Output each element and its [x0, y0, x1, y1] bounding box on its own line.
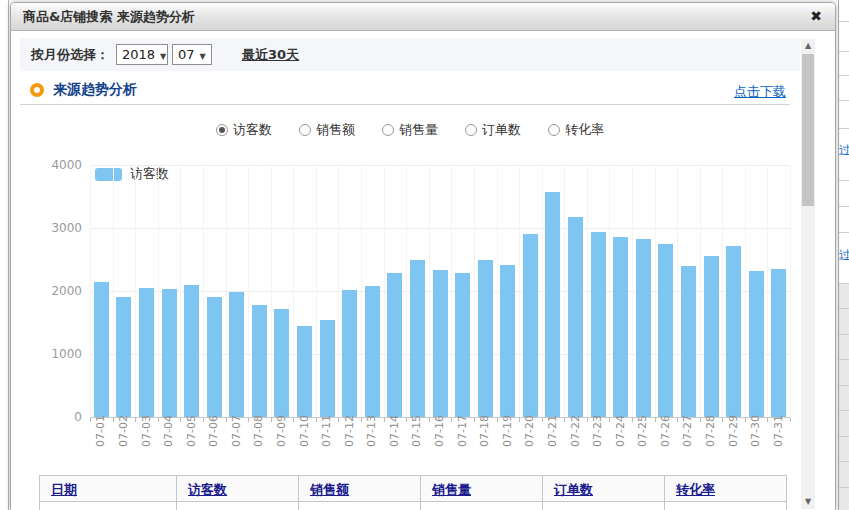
background-table-strip: 过过	[838, 0, 849, 510]
bar-07-21[interactable]	[545, 192, 560, 417]
background-grid-line	[839, 308, 849, 309]
bar-07-12[interactable]	[342, 290, 357, 417]
bar-07-20[interactable]	[523, 234, 538, 417]
month-select[interactable]: 07▼	[172, 44, 212, 65]
x-axis-tick	[474, 418, 475, 422]
column-header-5[interactable]: 转化率	[664, 475, 787, 502]
metric-radio-1[interactable]: 销售额	[299, 121, 355, 139]
x-axis-tick	[90, 418, 91, 422]
bar-07-09[interactable]	[274, 309, 289, 417]
gridline	[203, 165, 204, 417]
bar-07-11[interactable]	[320, 320, 335, 417]
x-axis-tick	[790, 418, 791, 422]
bar-07-06[interactable]	[207, 297, 222, 417]
bar-07-01[interactable]	[94, 282, 109, 417]
x-axis-label: 07-18	[479, 415, 491, 459]
metric-radio-2[interactable]: 销售量	[382, 121, 438, 139]
bar-07-29[interactable]	[726, 246, 741, 417]
x-axis-label: 07-08	[253, 415, 265, 459]
recent-30-days-link[interactable]: 最近30天	[242, 38, 299, 71]
gridline	[338, 165, 339, 417]
bar-07-02[interactable]	[116, 297, 131, 417]
bar-07-25[interactable]	[636, 239, 651, 417]
visitors-bar-chart: 访客数 4000300020001000007-0107-0207-0307-0…	[20, 151, 798, 469]
table-cell	[664, 502, 787, 510]
gridline	[361, 165, 362, 417]
gridline	[542, 165, 543, 417]
bar-07-17[interactable]	[455, 273, 470, 417]
x-axis-tick	[338, 418, 339, 422]
bar-07-31[interactable]	[771, 269, 786, 417]
x-axis-label: 07-26	[660, 415, 672, 459]
bar-07-08[interactable]	[252, 305, 267, 417]
radio-icon[interactable]	[299, 124, 311, 136]
x-axis-tick	[293, 418, 294, 422]
bar-07-28[interactable]	[704, 256, 719, 417]
x-axis-tick	[226, 418, 227, 422]
bar-07-16[interactable]	[433, 270, 448, 417]
bar-07-23[interactable]	[591, 232, 606, 417]
bar-07-18[interactable]	[478, 260, 493, 418]
metric-radio-0[interactable]: 访客数	[216, 121, 272, 139]
bar-07-15[interactable]	[410, 260, 425, 417]
metric-radio-label: 转化率	[565, 121, 604, 139]
scrollbar-up-icon[interactable]: ▲	[801, 39, 815, 53]
x-axis-label: 07-12	[344, 415, 356, 459]
bar-07-13[interactable]	[365, 286, 380, 417]
radio-icon[interactable]	[465, 124, 477, 136]
radio-icon[interactable]	[382, 124, 394, 136]
column-header-4[interactable]: 订单数	[542, 475, 664, 502]
x-axis-tick	[609, 418, 610, 422]
background-grid-line	[839, 128, 849, 129]
x-axis-label: 07-01	[95, 415, 107, 459]
bar-07-10[interactable]	[297, 326, 312, 417]
bar-07-27[interactable]	[681, 266, 696, 417]
background-grid-line	[839, 75, 849, 76]
bar-07-14[interactable]	[387, 273, 402, 417]
background-partial-link: 过	[839, 247, 849, 264]
table-cell	[298, 502, 420, 510]
gridline	[632, 165, 633, 417]
y-axis-tick-label: 1000	[32, 347, 82, 361]
bar-07-05[interactable]	[184, 285, 199, 417]
column-header-3[interactable]: 销售量	[420, 475, 542, 502]
trend-analysis-dialog: 商品&店铺搜索 来源趋势分析 ✖ 按月份选择： 2018▼ 07▼ 最近30天 …	[10, 2, 836, 510]
bar-07-04[interactable]	[162, 289, 177, 417]
scrollbar-thumb[interactable]	[802, 54, 814, 206]
close-icon[interactable]: ✖	[810, 8, 822, 24]
metric-radio-3[interactable]: 订单数	[465, 121, 521, 139]
background-divider-line	[8, 0, 9, 510]
bar-07-22[interactable]	[568, 217, 583, 417]
x-axis-tick	[361, 418, 362, 422]
gridline	[293, 165, 294, 417]
x-axis-tick	[722, 418, 723, 422]
x-axis-label: 07-03	[141, 415, 153, 459]
radio-icon[interactable]	[548, 124, 560, 136]
gridline	[790, 165, 791, 417]
background-grid-line	[839, 51, 849, 52]
radio-selected-icon[interactable]	[216, 124, 228, 136]
metric-radio-4[interactable]: 转化率	[548, 121, 604, 139]
bar-07-19[interactable]	[500, 265, 515, 417]
table-cell	[176, 502, 298, 510]
background-grid-line	[839, 21, 849, 22]
column-header-1[interactable]: 访客数	[176, 475, 298, 502]
section-bullet-icon	[30, 83, 44, 97]
bar-07-07[interactable]	[229, 292, 244, 417]
bar-07-26[interactable]	[658, 244, 673, 417]
year-select[interactable]: 2018▼	[116, 44, 168, 65]
column-header-2[interactable]: 销售额	[298, 475, 420, 502]
scrollbar-down-icon[interactable]: ▼	[801, 495, 815, 509]
dialog-scrollbar[interactable]: ▲ ▼	[801, 39, 815, 509]
bar-07-24[interactable]	[613, 237, 628, 417]
month-select-label: 按月份选择：	[31, 38, 109, 71]
x-axis-label: 07-31	[773, 415, 785, 459]
gridline	[497, 165, 498, 417]
download-link[interactable]: 点击下载	[734, 83, 786, 101]
column-header-0[interactable]: 日期	[39, 475, 176, 502]
gridline	[113, 165, 114, 417]
bar-07-03[interactable]	[139, 288, 154, 417]
bar-07-30[interactable]	[749, 271, 764, 417]
gridline	[519, 165, 520, 417]
gridline	[677, 165, 678, 417]
